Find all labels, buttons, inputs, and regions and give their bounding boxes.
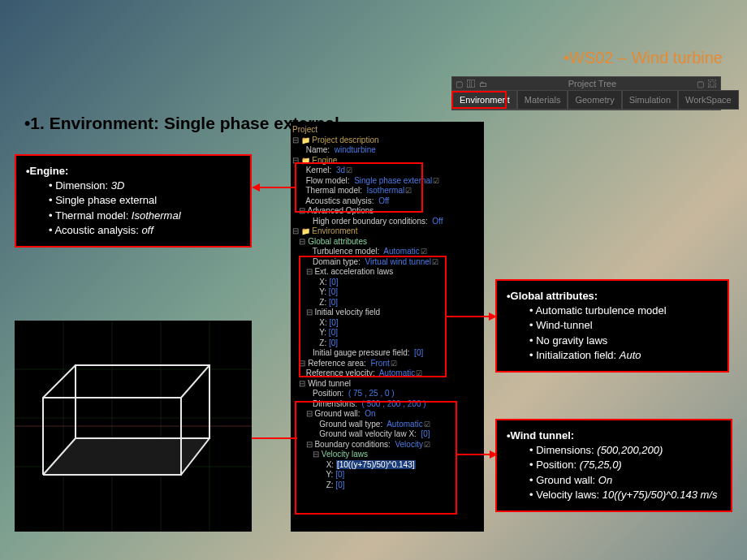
svg-line-18 — [181, 365, 209, 398]
wireframe-viewport[interactable] — [15, 321, 252, 532]
callout-wind: •Wind tunnel: Dimensions: (500,200,200)P… — [495, 419, 732, 512]
tree-domain-value[interactable]: Virtual wind tunnel — [365, 257, 439, 266]
callout-wind-title: •Wind tunnel: — [507, 429, 721, 443]
tree-bc-label: Boundary conditions: — [314, 440, 390, 449]
tree-refvel-value[interactable]: Automatic — [379, 368, 422, 377]
callout-item: Thermal model: Isothermal — [49, 209, 240, 223]
tree-hobc-value[interactable]: Off — [432, 217, 443, 226]
tree-refarea-label: Reference area: — [308, 359, 366, 368]
callout-engine-title: •Engine: — [26, 164, 240, 179]
tree-extacc-z-value[interactable]: [0] — [329, 298, 338, 307]
callout-item: Automatic turbulence model — [529, 304, 718, 318]
tree-environment[interactable]: Environment — [301, 226, 358, 235]
tree-wt-pos-label: Position: — [313, 389, 343, 398]
tree-gwt-value[interactable]: Automatic — [386, 420, 430, 429]
tree-global-attrs[interactable]: Global attributes — [308, 237, 367, 246]
tab-geometry[interactable]: Geometry — [568, 90, 621, 110]
tree-acoustics-label: Acoustics analysis: — [305, 196, 374, 205]
arrow-engine — [252, 183, 296, 192]
callout-item: Ground wall: On — [529, 473, 721, 488]
tree-thermal-label: Thermal model: — [306, 186, 362, 195]
callout-item: Position: (75,25,0) — [529, 458, 721, 472]
tree-advanced[interactable]: Advanced Options — [308, 206, 374, 215]
tree-vl-z-label: Z: — [326, 480, 334, 489]
tree-turb-label: Turbulence model: — [313, 247, 379, 256]
tree-ivf-x-value[interactable]: [0] — [330, 318, 339, 327]
tree-project[interactable]: Project — [292, 125, 317, 134]
tree-flow-label: Flow model: — [306, 176, 350, 185]
tree-wt-dim-label: Dimensions: — [313, 399, 357, 408]
callout-engine-list: Dimension: 3DSingle phase externalTherma… — [26, 179, 240, 238]
tree-wt-dim-value[interactable]: ( 500 , 200 , 200 ) — [362, 399, 426, 408]
callout-item: Wind-tunnel — [529, 318, 718, 333]
panel-title: Project Tree — [488, 79, 697, 88]
slide-title: •WS02 – Wind turbine — [563, 49, 723, 67]
tree-igp-label: Initial gauge pressure field: — [313, 348, 410, 357]
tree-ivf-z-label: Z: — [319, 338, 326, 347]
callout-item: No gravity laws — [529, 334, 718, 348]
svg-marker-1 — [252, 183, 260, 192]
tree-wt-pos-value[interactable]: ( 75 , 25 , 0 ) — [348, 389, 395, 398]
callout-item: Initialization field: Auto — [529, 348, 718, 363]
tree-igp-value[interactable]: [0] — [414, 348, 423, 357]
tree-refarea-value[interactable]: Front — [370, 359, 396, 368]
tree-ivf-x-label: X: — [319, 318, 326, 327]
tab-environment[interactable]: Environment — [452, 90, 517, 110]
tree-ivf-y-value[interactable]: [0] — [329, 328, 338, 337]
tree-thermal-value[interactable]: Isothermal — [367, 186, 412, 195]
callout-item: Dimensions: (500,200,200) — [529, 443, 721, 458]
callout-item: Single phase external — [49, 193, 240, 208]
tree-kernel-label: Kernel: — [306, 166, 332, 174]
tree-ivf-y-label: Y: — [319, 328, 326, 337]
tree-kernel-value[interactable]: 3d — [336, 166, 352, 174]
tree-domain-label: Domain type: — [313, 257, 361, 266]
tree-name-label: Name: — [306, 145, 330, 154]
callout-item: Dimension: 3D — [49, 179, 240, 193]
tree-extacc[interactable]: Ext. acceleration laws — [314, 267, 393, 276]
window-icons-right[interactable]: ▢ ⿴ — [697, 80, 717, 88]
tree-extacc-y-value[interactable]: [0] — [329, 287, 338, 296]
svg-line-17 — [43, 365, 76, 398]
tree-extacc-x-label: X: — [319, 278, 326, 286]
tree-refvel-label: Reference velocity: — [306, 368, 375, 377]
tab-workspace[interactable]: WorkSpace — [678, 90, 739, 110]
tree-flow-value[interactable]: Single phase external — [354, 176, 439, 185]
tab-simulation[interactable]: Simulation — [622, 90, 678, 110]
tree-ivf[interactable]: Initial velocity field — [314, 308, 380, 317]
tree-acoustics-value[interactable]: Off — [378, 196, 389, 205]
callout-engine: •Engine: Dimension: 3DSingle phase exter… — [15, 154, 252, 248]
tree-turb-value[interactable]: Automatic — [383, 247, 426, 256]
callout-global-title: •Global attributes: — [507, 289, 718, 304]
tree-gwt-label: Ground wall type: — [319, 420, 382, 429]
tree-vl-x-label: X: — [326, 460, 334, 469]
tree-ivf-z-value[interactable]: [0] — [329, 338, 338, 347]
tree-gw-label: Ground wall: — [314, 409, 360, 418]
tree-extacc-z-label: Z: — [319, 298, 326, 307]
tree-gw-value[interactable]: On — [365, 409, 375, 418]
tree-project-desc[interactable]: Project description — [301, 136, 379, 144]
callout-wind-list: Dimensions: (500,200,200)Position: (75,2… — [507, 443, 721, 502]
tree-vl-z-value[interactable]: [0] — [335, 480, 344, 489]
tree-gwvx-label: Ground wall velocity law X: — [319, 429, 417, 438]
tree-windtunnel[interactable]: Wind tunnel — [308, 379, 351, 388]
tree-extacc-y-label: Y: — [319, 287, 326, 296]
callout-global-list: Automatic turbulence modelWind-tunnelNo … — [507, 304, 718, 363]
tree-name-value[interactable]: windturbine — [335, 145, 376, 154]
tree-vl-x-value[interactable]: [10((y+75)/50)^0.143] — [336, 460, 416, 469]
panel-tabs: Environment Materials Geometry Simulatio… — [452, 90, 720, 110]
callout-item: Velocity laws: 10((y+75)/50)^0.143 m/s — [529, 488, 721, 502]
callout-global: •Global attributes: Automatic turbulence… — [495, 279, 729, 373]
tree-hobc-label: High order boundary conditions: — [313, 217, 428, 226]
tree-vl-y-label: Y: — [326, 470, 334, 479]
tree-gwvx-value[interactable]: [0] — [421, 429, 430, 438]
tab-materials[interactable]: Materials — [517, 90, 568, 110]
project-tree[interactable]: Project ⊟ Project description Name: wind… — [291, 122, 484, 532]
tree-extacc-x-value[interactable]: [0] — [330, 278, 339, 286]
callout-item: Acoustic analysis: off — [49, 223, 240, 238]
tree-vlaws[interactable]: Velocity laws — [322, 450, 368, 459]
tree-vl-y-value[interactable]: [0] — [335, 470, 344, 479]
tree-engine[interactable]: Engine — [301, 156, 338, 165]
window-icons-left[interactable]: ▢ ⿲ 🗀 — [456, 80, 488, 88]
tree-bc-value[interactable]: Velocity — [395, 440, 430, 449]
project-tree-header: ▢ ⿲ 🗀 Project Tree ▢ ⿴ Environment Mater… — [451, 76, 721, 110]
